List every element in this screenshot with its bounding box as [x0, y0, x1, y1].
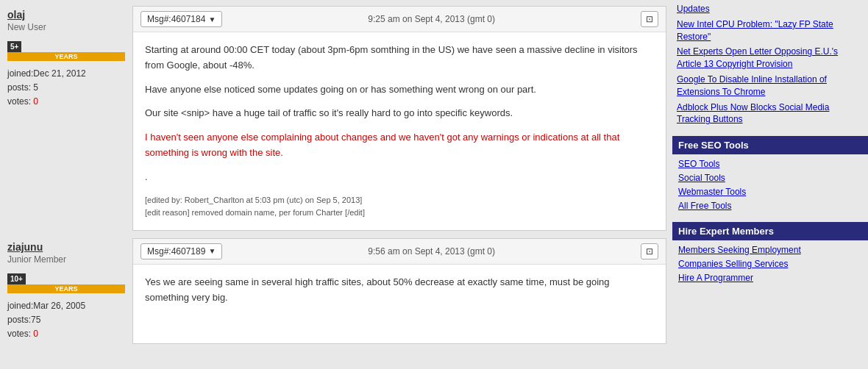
hire-link-0[interactable]: Members Seeking Employment	[678, 245, 862, 255]
dropdown-arrow-1: ▼	[208, 15, 216, 24]
message-body-1: Starting at around 00:00 CET today (abou…	[133, 32, 666, 230]
msg-id-button-2[interactable]: Msg#:4607189 ▼	[140, 243, 222, 259]
msg-icon-button-2[interactable]: ⊡	[641, 243, 658, 259]
user-stats-2: joined:Mar 26, 2005 posts:75 votes: 0	[7, 299, 125, 342]
message-body-2: Yes we are seeing same in several high t…	[133, 265, 666, 316]
badge-wrapper-2: 10+ YEARS	[7, 269, 125, 293]
user-posts-2: posts:75	[7, 313, 125, 327]
sidebar-link-0[interactable]: Updates	[677, 3, 864, 15]
hire-link-1[interactable]: Companies Selling Services	[678, 259, 862, 269]
user-role-2: Junior Member	[7, 254, 125, 265]
msg-timestamp-2: 9:56 am on Sept 4, 2013 (gmt 0)	[368, 246, 495, 257]
free-seo-links: SEO Tools Social Tools Webmaster Tools A…	[672, 154, 868, 222]
sidebar-link-2[interactable]: Net Experts Open Letter Opposing E.U.'s …	[677, 46, 864, 71]
msg-para-1-2: Our site <snip> have a huge tail of traf…	[145, 106, 654, 121]
msg-id-button-1[interactable]: Msg#:4607184 ▼	[140, 11, 222, 27]
message-header-2: Msg#:4607189 ▼ 9:56 am on Sept 4, 2013 (…	[133, 239, 666, 265]
msg-period-1: .	[145, 170, 654, 185]
user-votes-1: votes: 0	[7, 95, 125, 109]
user-panel-2: ziajunu Junior Member 10+ YEARS joined:M…	[0, 235, 132, 348]
msg-icon-button-1[interactable]: ⊡	[641, 11, 658, 27]
msg-edit-1: [edited by: Robert_Charlton at 5:03 pm (…	[145, 194, 654, 220]
sidebar-link-1[interactable]: New Intel CPU Problem: "Lazy FP State Re…	[677, 18, 864, 43]
user-joined-2: joined:Mar 26, 2005	[7, 299, 125, 313]
years-badge-1: 5+	[7, 41, 21, 52]
post-row-2: ziajunu Junior Member 10+ YEARS joined:M…	[0, 235, 669, 348]
years-badge-2: 10+	[7, 273, 26, 284]
username-1[interactable]: olaj	[7, 9, 125, 21]
seo-link-2[interactable]: Webmaster Tools	[678, 187, 862, 197]
user-joined-1: joined:Dec 21, 2012	[7, 67, 125, 81]
msg-timestamp-1: 9:25 am on Sept 4, 2013 (gmt 0)	[368, 14, 495, 24]
user-posts-1: posts: 5	[7, 81, 125, 95]
sidebar-link-3[interactable]: Google To Disable Inline Installation of…	[677, 74, 864, 98]
message-header-1: Msg#:4607184 ▼ 9:25 am on Sept 4, 2013 (…	[133, 7, 666, 32]
right-sidebar: Updates New Intel CPU Problem: "Lazy FP …	[669, 0, 868, 369]
hire-title: Hire Expert Members	[672, 222, 868, 240]
hire-links: Members Seeking Employment Companies Sel…	[672, 240, 868, 294]
years-label-1: YEARS	[7, 52, 125, 61]
sidebar-link-4[interactable]: Adblock Plus Now Blocks Social Media Tra…	[677, 101, 864, 126]
msg-para-1-1: Have anyone else noticed some updates go…	[145, 82, 654, 98]
sidebar-top-links: Updates New Intel CPU Problem: "Lazy FP …	[672, 0, 868, 136]
username-2[interactable]: ziajunu	[7, 241, 125, 253]
seo-link-3[interactable]: All Free Tools	[678, 201, 862, 211]
message-panel-2: Msg#:4607189 ▼ 9:56 am on Sept 4, 2013 (…	[132, 238, 666, 345]
content-area: olaj New User 5+ YEARS joined:Dec 21, 20…	[0, 0, 669, 369]
msg-red-para-1: I haven't seen anyone else complaining a…	[145, 130, 654, 161]
seo-link-0[interactable]: SEO Tools	[678, 159, 862, 169]
dropdown-arrow-2: ▼	[208, 247, 216, 255]
msg-para-1-0: Starting at around 00:00 CET today (abou…	[145, 43, 654, 74]
user-votes-2: votes: 0	[7, 327, 125, 341]
seo-link-1[interactable]: Social Tools	[678, 173, 862, 183]
badge-wrapper-1: 5+ YEARS	[7, 37, 125, 61]
user-stats-1: joined:Dec 21, 2012 posts: 5 votes: 0	[7, 67, 125, 110]
free-seo-title: Free SEO Tools	[672, 136, 868, 154]
user-role-1: New User	[7, 22, 125, 32]
msg-para-2-0: Yes we are seeing same in several high t…	[145, 275, 654, 306]
post-row: olaj New User 5+ YEARS joined:Dec 21, 20…	[0, 3, 669, 234]
years-label-2: YEARS	[7, 284, 125, 293]
hire-link-2[interactable]: Hire A Programmer	[678, 273, 862, 283]
message-panel-1: Msg#:4607184 ▼ 9:25 am on Sept 4, 2013 (…	[132, 6, 666, 231]
user-panel-1: olaj New User 5+ YEARS joined:Dec 21, 20…	[0, 3, 132, 234]
